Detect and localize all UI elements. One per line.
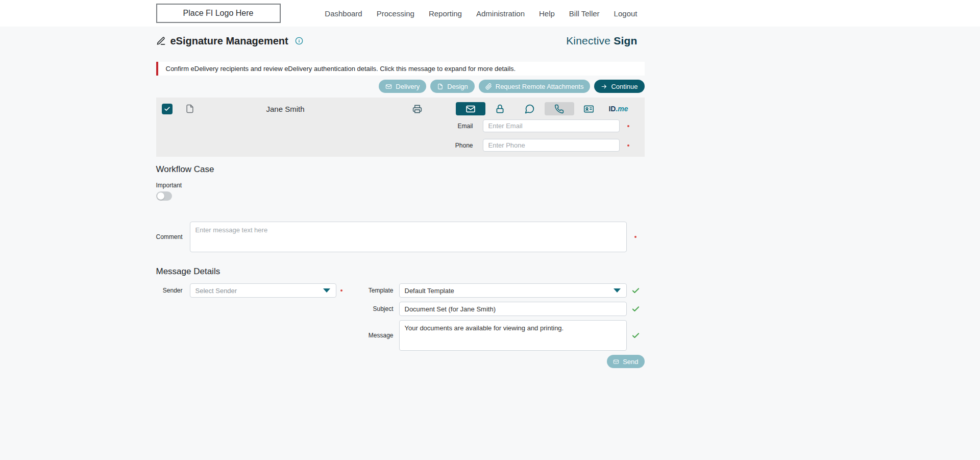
template-select-value: Default Template	[405, 287, 454, 295]
message-details-form: Sender Select Sender Template Default Te…	[156, 283, 645, 368]
request-remote-attachments-label: Request Remote Attachments	[496, 83, 584, 90]
workflow-case-heading: Workflow Case	[156, 164, 645, 175]
email-label: Email	[457, 123, 473, 130]
main-nav: Dashboard Processing Reporting Administr…	[325, 9, 644, 18]
nav-user-bill-teller[interactable]: Bill Teller	[569, 9, 600, 18]
check-icon	[631, 331, 640, 340]
message-row: Message Your documents are available for…	[347, 320, 645, 351]
recipient-name: Jane Smith	[266, 105, 305, 113]
delivery-button-label: Delivery	[396, 83, 420, 90]
phone-icon	[554, 104, 564, 114]
send-button[interactable]: Send	[607, 355, 644, 368]
important-label: Important	[156, 182, 645, 189]
checkbox-check-icon	[164, 106, 170, 112]
delivery-method-email[interactable]	[456, 102, 485, 115]
subject-row: Subject	[347, 302, 645, 316]
comment-row: Comment	[156, 222, 645, 252]
arrow-right-icon	[601, 83, 607, 90]
required-dot	[627, 144, 629, 147]
request-remote-attachments-button[interactable]: Request Remote Attachments	[479, 80, 591, 93]
message-label: Message	[347, 332, 399, 339]
delivery-button[interactable]: Delivery	[379, 80, 426, 93]
chevron-down-icon	[614, 288, 621, 293]
envelope-icon	[465, 104, 476, 114]
nav-help[interactable]: Help	[539, 9, 555, 18]
main-content: eSignature Management Kinective Sign Con…	[0, 35, 800, 429]
required-dot	[340, 289, 342, 292]
send-row: Send	[347, 355, 645, 368]
required-dot	[634, 236, 636, 238]
recipient-email-row: Email	[156, 119, 645, 132]
template-label: Template	[347, 287, 399, 294]
chevron-down-icon	[323, 288, 330, 293]
paperclip-icon	[485, 83, 492, 90]
comment-label: Comment	[156, 233, 190, 240]
message-textarea[interactable]: Your documents are available for viewing…	[399, 320, 627, 351]
delivery-method-access-code[interactable]	[485, 102, 515, 115]
sender-select-value: Select Sender	[195, 287, 237, 295]
template-select[interactable]: Default Template	[399, 283, 627, 298]
continue-button[interactable]: Continue	[594, 80, 644, 93]
nav-logout[interactable]: Logout	[614, 9, 638, 18]
continue-button-label: Continue	[611, 83, 638, 90]
subject-input[interactable]	[399, 302, 627, 316]
idme-logo-id: ID	[608, 105, 616, 113]
recipient-checkbox[interactable]	[162, 104, 173, 114]
delivery-method-phone[interactable]	[545, 102, 574, 115]
recipient-phone-row: Phone	[156, 139, 645, 152]
nav-administration[interactable]: Administration	[476, 9, 525, 18]
phone-input[interactable]	[483, 139, 620, 152]
document-icon[interactable]	[185, 103, 195, 114]
design-button[interactable]: Design	[430, 80, 474, 93]
page-title: eSignature Management	[170, 35, 288, 47]
info-icon[interactable]	[295, 37, 303, 45]
nav-reporting[interactable]: Reporting	[429, 9, 462, 18]
nav-dashboard[interactable]: Dashboard	[325, 9, 362, 18]
page-header: eSignature Management Kinective Sign	[156, 35, 645, 47]
check-icon	[631, 286, 640, 295]
sender-select[interactable]: Select Sender	[190, 283, 336, 298]
fi-logo-text: Place FI Logo Here	[183, 9, 254, 18]
lock-icon	[495, 104, 505, 114]
recipient-panel: Jane Smith	[156, 98, 645, 157]
template-row: Template Default Template	[347, 283, 645, 298]
edelivery-alert-banner[interactable]: Confirm eDelivery recipients and review …	[156, 62, 645, 76]
envelope-icon	[385, 83, 392, 90]
delivery-method-group: ID.me	[456, 102, 633, 115]
top-navbar: Place FI Logo Here Dashboard Processing …	[0, 0, 980, 27]
nav-processing[interactable]: Processing	[377, 9, 414, 18]
subject-label: Subject	[347, 305, 399, 312]
pen-icon	[156, 36, 166, 46]
brand-product: Sign	[614, 35, 637, 46]
phone-label: Phone	[455, 142, 473, 149]
printer-icon[interactable]	[412, 104, 422, 114]
required-dot	[627, 125, 629, 127]
idme-logo-me: .me	[616, 105, 628, 113]
message-details-heading: Message Details	[156, 267, 645, 277]
brand-name: Kinective	[566, 35, 610, 46]
kinective-sign-logo: Kinective Sign	[566, 35, 637, 47]
important-toggle[interactable]	[156, 191, 172, 201]
recipient-row: Jane Smith	[156, 102, 645, 116]
envelope-icon	[613, 358, 619, 365]
alert-text: Confirm eDelivery recipients and review …	[166, 65, 516, 72]
email-input[interactable]	[483, 119, 620, 132]
important-toggle-block: Important	[156, 182, 645, 201]
check-icon	[631, 305, 640, 313]
fi-logo-placeholder: Place FI Logo Here	[156, 4, 281, 23]
delivery-method-id-card[interactable]	[574, 102, 604, 115]
send-button-label: Send	[623, 358, 638, 366]
delivery-method-sms[interactable]	[515, 102, 545, 115]
file-icon	[437, 83, 444, 90]
sender-label: Sender	[156, 287, 190, 294]
comment-textarea[interactable]	[190, 222, 627, 252]
delivery-method-idme[interactable]: ID.me	[604, 102, 633, 115]
design-button-label: Design	[447, 83, 468, 90]
chat-icon	[524, 104, 535, 114]
toggle-knob	[157, 192, 164, 200]
action-toolbar: Delivery Design Request Remote Attachmen…	[156, 80, 645, 93]
id-card-icon	[583, 103, 595, 114]
